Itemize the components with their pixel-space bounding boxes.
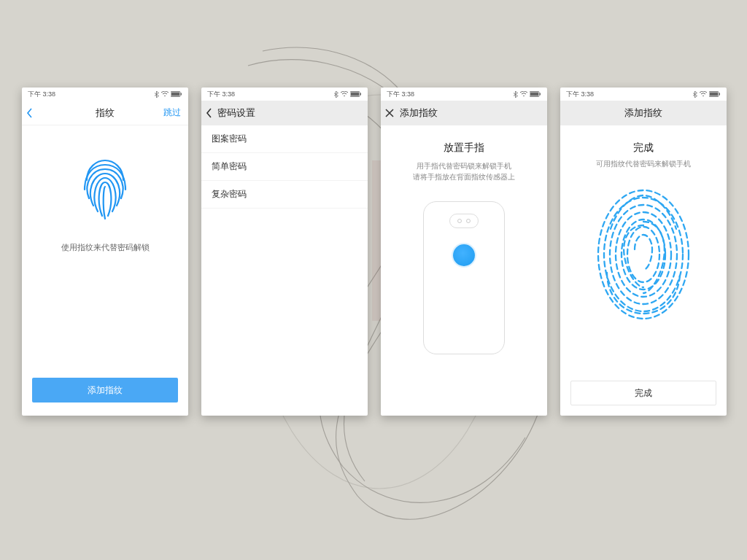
svg-rect-7 [181,93,182,96]
close-button[interactable]: 添加指纹 [385,106,438,120]
nav-bar: 添加指纹 [381,101,547,125]
caption-text: 使用指纹来代替密码解锁 [22,242,188,253]
nav-bar: 密码设置 [201,101,368,125]
phone-back-illustration [423,201,505,354]
fingerprint-icon [76,155,134,220]
status-bar: 下午 3:38 [22,88,188,101]
sub-line-2: 请将手指放在背面指纹传感器上 [413,173,515,181]
battery-icon [530,91,541,97]
wifi-icon [341,91,348,97]
status-bar: 下午 3:38 [381,88,547,101]
page-title: 添加指纹 [624,106,662,120]
close-icon [385,109,394,117]
bluetooth-icon [333,91,338,98]
svg-rect-18 [710,93,718,96]
svg-rect-6 [171,93,179,96]
svg-rect-10 [351,93,359,96]
svg-rect-14 [530,93,538,96]
list-item-complex[interactable]: 复杂密码 [201,181,368,209]
svg-rect-15 [540,93,541,96]
bluetooth-icon [513,91,518,98]
nav-bar: 指纹 跳过 [22,101,188,125]
phone-row: 下午 3:38 指纹 跳过 [22,88,727,416]
content-area: 完成 可用指纹代替密码来解锁手机 完成 [560,125,727,416]
wifi-icon [161,91,169,97]
status-icons [154,91,182,98]
sub-line-1: 用手指代替密码锁来解锁手机 [417,162,511,170]
phone-screen-2: 下午 3:38 密码设置 图案密码 简单密码 复杂密码 [201,88,368,416]
camera-lens-icon [466,219,471,223]
sub-text: 用手指代替密码锁来解锁手机 请将手指放在背面指纹传感器上 [381,160,547,182]
page-title: 指纹 [96,106,115,120]
svg-rect-11 [360,93,362,96]
svg-rect-19 [719,93,721,96]
battery-icon [350,91,362,97]
page-title: 添加指纹 [400,106,438,120]
fingerprint-sensor-icon [453,244,475,266]
sub-text: 可用指纹代替密码来解锁手机 [560,159,727,169]
battery-icon [171,91,182,97]
list-item-simple[interactable]: 简单密码 [201,153,368,181]
svg-point-20 [598,190,689,319]
done-button[interactable]: 完成 [570,381,716,405]
status-icons [692,91,721,98]
phone-screen-4: 下午 3:38 添加指纹 完成 可用指纹代替密码来解锁手机 [560,88,727,416]
bluetooth-icon [692,91,697,98]
nav-bar: 添加指纹 [560,101,727,125]
status-time: 下午 3:38 [207,90,235,99]
bluetooth-icon [154,91,159,98]
camera-lens-icon [457,219,462,223]
page-title: 密码设置 [217,106,255,120]
svg-point-8 [344,96,345,97]
fingerprint-large-icon [592,185,694,324]
phone-screen-3: 下午 3:38 添加指纹 放置手指 用手指代替密码锁来解锁手机 请将手指放在背面… [381,88,547,416]
content-area: 放置手指 用手指代替密码锁来解锁手机 请将手指放在背面指纹传感器上 [381,125,547,416]
status-time: 下午 3:38 [387,90,414,99]
status-icons [513,91,541,98]
phone-screen-1: 下午 3:38 指纹 跳过 [22,88,188,416]
status-bar: 下午 3:38 [201,88,368,101]
chevron-left-icon [206,108,213,118]
status-bar: 下午 3:38 [560,88,727,101]
wifi-icon [520,91,527,97]
back-button[interactable]: 密码设置 [206,106,255,120]
status-icons [333,91,362,98]
svg-point-12 [523,96,525,97]
heading: 完成 [560,141,727,155]
status-time: 下午 3:38 [566,90,594,99]
svg-point-16 [703,96,704,97]
battery-icon [709,91,721,97]
camera-module-icon [449,214,479,228]
wifi-icon [700,91,707,97]
status-time: 下午 3:38 [28,90,55,99]
back-button[interactable] [26,108,34,118]
chevron-left-icon [26,108,34,118]
heading: 放置手指 [381,141,547,155]
add-fingerprint-button[interactable]: 添加指纹 [32,378,178,402]
skip-link[interactable]: 跳过 [163,106,181,119]
svg-point-4 [164,96,166,97]
content-area: 图案密码 简单密码 复杂密码 [201,125,368,416]
list-item-pattern[interactable]: 图案密码 [201,125,368,153]
content-area: 使用指纹来代替密码解锁 添加指纹 [22,125,188,416]
